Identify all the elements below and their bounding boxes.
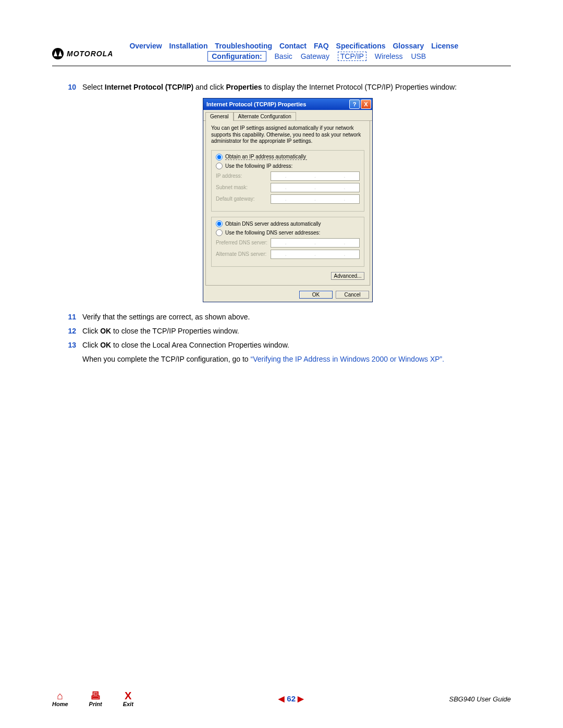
nav-contact[interactable]: Contact xyxy=(279,42,307,50)
step-number: 10 xyxy=(65,82,76,93)
ok-button[interactable]: OK xyxy=(299,291,333,299)
dialog-title: Internet Protocol (TCP/IP) Properties xyxy=(206,101,306,107)
bold-text: OK xyxy=(100,341,111,349)
nav-gateway[interactable]: Gateway xyxy=(301,52,329,60)
step-number: 12 xyxy=(65,326,76,337)
text: Click xyxy=(82,341,100,349)
page-number: 62 xyxy=(287,694,296,703)
label-alternate-dns: Alternate DNS server: xyxy=(216,251,271,257)
radio-use-dns[interactable]: Use the following DNS server addresses: xyxy=(216,229,360,236)
nav-secondary: Configuration: Basic Gateway TCP/IP Wire… xyxy=(123,52,511,60)
radio-label: Obtain DNS server address automatically xyxy=(225,221,321,227)
label-preferred-dns: Preferred DNS server: xyxy=(216,240,271,245)
nav-block: Overview Installation Troubleshooting Co… xyxy=(123,42,511,60)
tab-general[interactable]: General xyxy=(205,112,234,121)
step-body: Click OK to close the Local Area Connect… xyxy=(82,340,511,351)
step-body: Select Internet Protocol (TCP/IP) and cl… xyxy=(82,82,511,93)
nav-usb[interactable]: USB xyxy=(411,52,426,60)
exit-button[interactable]: X Exit xyxy=(123,690,133,707)
logo-block: MOTOROLA xyxy=(52,48,113,59)
nav-troubleshooting[interactable]: Troubleshooting xyxy=(215,42,272,50)
print-label: Print xyxy=(89,701,102,707)
brand-text: MOTOROLA xyxy=(67,50,113,58)
nav-tcpip[interactable]: TCP/IP xyxy=(338,52,366,61)
link-verify-ip[interactable]: Verifying the IP Address in Windows 2000… xyxy=(253,355,439,363)
nav-installation[interactable]: Installation xyxy=(169,42,208,50)
tab-alternate-configuration[interactable]: Alternate Configuration xyxy=(234,112,296,120)
help-icon[interactable]: ? xyxy=(349,100,360,109)
print-button[interactable]: 🖶︎ Print xyxy=(89,690,102,707)
input-ip-address: ... xyxy=(271,171,360,181)
quote-close: ”. xyxy=(440,355,445,363)
guide-title: SBG940 User Guide xyxy=(449,695,511,703)
nav-primary: Overview Installation Troubleshooting Co… xyxy=(127,42,511,50)
dialog-screenshot: Internet Protocol (TCP/IP) Properties ? … xyxy=(65,98,511,302)
next-page-icon[interactable]: ▶ xyxy=(298,694,304,703)
home-button[interactable]: ⌂ Home xyxy=(52,690,68,707)
prev-page-icon[interactable]: ◀ xyxy=(278,694,285,703)
nav-glossary[interactable]: Glossary xyxy=(393,42,424,50)
input-alternate-dns: ... xyxy=(271,250,360,259)
radio-use-dns-input[interactable] xyxy=(216,229,223,236)
text: Click xyxy=(82,327,100,335)
step-11: 11 Verify that the settings are correct,… xyxy=(65,312,511,323)
dns-group: Obtain DNS server address automatically … xyxy=(211,217,364,267)
ip-group: Obtain an IP address automatically Use t… xyxy=(211,150,364,212)
closing-note: When you complete the TCP/IP configurati… xyxy=(65,354,511,365)
input-subnet-mask: ... xyxy=(271,183,360,192)
step-number: 11 xyxy=(65,312,76,323)
step-12: 12 Click OK to close the TCP/IP Properti… xyxy=(65,326,511,337)
page: MOTOROLA Overview Installation Troublesh… xyxy=(0,0,563,728)
radio-label: Obtain an IP address automatically xyxy=(225,154,307,160)
home-icon: ⌂ xyxy=(57,690,63,701)
footer-icons: ⌂ Home 🖶︎ Print X Exit xyxy=(52,690,133,707)
radio-use-ip-input[interactable] xyxy=(216,163,223,169)
nav-basic[interactable]: Basic xyxy=(275,52,292,60)
text: Select xyxy=(82,83,105,91)
dialog-tabs: General Alternate Configuration xyxy=(203,110,372,121)
nav-license[interactable]: License xyxy=(431,42,458,50)
close-icon[interactable]: X xyxy=(361,100,371,109)
header-rule xyxy=(52,66,511,66)
radio-obtain-dns-input[interactable] xyxy=(216,220,223,227)
nav-specifications[interactable]: Specifications xyxy=(336,42,386,50)
nav-wireless[interactable]: Wireless xyxy=(375,52,403,60)
radio-obtain-ip-input[interactable] xyxy=(216,154,223,161)
advanced-button[interactable]: Advanced... xyxy=(331,272,364,280)
bold-text: Internet Protocol (TCP/IP) xyxy=(105,83,193,91)
exit-label: Exit xyxy=(123,701,133,707)
radio-label: Use the following DNS server addresses: xyxy=(225,230,320,236)
print-icon: 🖶︎ xyxy=(90,690,101,701)
radio-use-ip[interactable]: Use the following IP address: xyxy=(216,163,360,169)
bold-text: OK xyxy=(100,327,111,335)
nav-faq[interactable]: FAQ xyxy=(314,42,329,50)
header: MOTOROLA Overview Installation Troublesh… xyxy=(52,42,511,60)
step-13: 13 Click OK to close the Local Area Conn… xyxy=(65,340,511,351)
radio-obtain-ip[interactable]: Obtain an IP address automatically xyxy=(216,154,360,161)
exit-icon: X xyxy=(125,690,131,701)
home-label: Home xyxy=(52,701,68,707)
tcpip-properties-dialog: Internet Protocol (TCP/IP) Properties ? … xyxy=(203,98,373,302)
nav-overview[interactable]: Overview xyxy=(129,42,162,50)
step-10: 10 Select Internet Protocol (TCP/IP) and… xyxy=(65,82,511,93)
label-subnet-mask: Subnet mask: xyxy=(216,184,271,190)
bold-text: Properties xyxy=(226,83,262,91)
cancel-button[interactable]: Cancel xyxy=(336,291,369,299)
radio-obtain-dns[interactable]: Obtain DNS server address automatically xyxy=(216,220,360,227)
nav-configuration[interactable]: Configuration: xyxy=(207,51,266,61)
motorola-logo-icon xyxy=(52,48,64,59)
text: to close the TCP/IP Properties window. xyxy=(111,327,239,335)
titlebar: Internet Protocol (TCP/IP) Properties ? … xyxy=(203,98,372,110)
input-default-gateway: ... xyxy=(271,194,360,204)
radio-label: Use the following IP address: xyxy=(225,163,292,169)
input-preferred-dns: ... xyxy=(271,238,360,248)
pager: ◀ 62 ▶ xyxy=(133,694,449,704)
label-ip-address: IP address: xyxy=(216,173,271,179)
step-body: When you complete the TCP/IP configurati… xyxy=(82,354,511,365)
tab-body: You can get IP settings assigned automat… xyxy=(205,121,370,286)
text: When you complete the TCP/IP configurati… xyxy=(82,355,250,363)
footer: ⌂ Home 🖶︎ Print X Exit ◀ 62 ▶ SBG940 Use… xyxy=(52,690,511,707)
info-text: You can get IP settings assigned automat… xyxy=(211,125,364,145)
steps-list: 10 Select Internet Protocol (TCP/IP) and… xyxy=(65,82,511,365)
label-default-gateway: Default gateway: xyxy=(216,196,271,202)
